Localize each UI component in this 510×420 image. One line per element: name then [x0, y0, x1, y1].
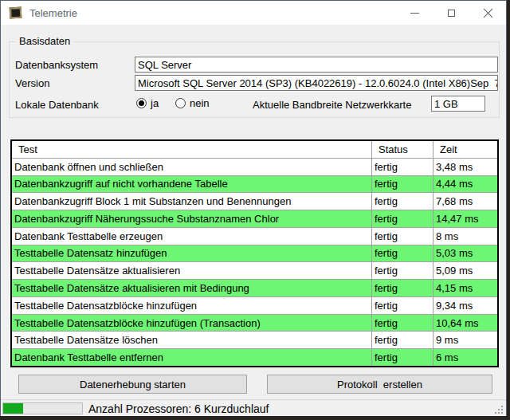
cell-status: fertig: [372, 176, 434, 193]
cell-zeit: 3,48 ms: [434, 159, 497, 175]
table-header-row: Test Status Zeit: [12, 141, 497, 159]
table-row[interactable]: Datenbankzugriff Näherungssuche Substanz…: [12, 210, 497, 228]
cell-zeit: 5,09 ms: [434, 262, 497, 279]
cell-test: Testtabelle Datensatzblöcke hinzufügen: [12, 297, 372, 314]
lokale-datenbank-label: Lokale Datenbank: [15, 99, 99, 111]
cell-zeit: 9,34 ms: [434, 297, 497, 314]
maximize-icon: [448, 10, 455, 17]
cell-test: Testtabelle Datensätze löschen: [12, 332, 372, 348]
radio-ja-label: ja: [151, 97, 159, 109]
cell-zeit: 4,15 ms: [434, 280, 497, 296]
cell-status: fertig: [372, 210, 434, 227]
version-field[interactable]: Microsoft SQL Server 2014 (SP3) (KB40226…: [135, 75, 498, 91]
datenbanksystem-label: Datenbanksystem: [15, 59, 98, 71]
bandbreite-field[interactable]: 1 GB: [431, 96, 485, 112]
cell-zeit: 10,64 ms: [434, 315, 497, 332]
table-row[interactable]: Testtabelle Datensätze löschen fertig 9 …: [12, 332, 497, 349]
table-row[interactable]: Testtabelle Datensätze aktualisieren fer…: [12, 262, 497, 280]
cell-status: fertig: [372, 262, 434, 279]
datenerhebung-starten-button[interactable]: Datenerhebung starten: [18, 375, 247, 394]
app-icon: [10, 7, 22, 19]
table-row[interactable]: Testtabelle Datensatzblöcke hinzufügen f…: [12, 297, 497, 315]
cell-zeit: 6 ms: [434, 349, 497, 366]
cell-status: fertig: [372, 297, 434, 314]
table-row[interactable]: Testtabelle Datensatz hinzufügen fertig …: [12, 245, 497, 263]
test-table: Test Status Zeit Datenbank öffnen und sc…: [10, 139, 499, 367]
close-icon: [483, 8, 493, 18]
window-controls: [396, 1, 506, 25]
cell-status: fertig: [372, 315, 434, 332]
column-header-zeit[interactable]: Zeit: [434, 141, 497, 158]
cell-zeit: 5,03 ms: [434, 245, 497, 262]
cell-zeit: 7,68 ms: [434, 193, 497, 210]
table-row[interactable]: Datenbankzugriff auf nicht vorhandene Ta…: [12, 176, 497, 194]
statusbar-text: Anzahl Prozessoren: 6 Kurzduchlauf: [88, 402, 269, 415]
cell-test: Datenbankzugriff Block 1 mit Substanzen …: [12, 193, 372, 210]
column-header-test[interactable]: Test: [12, 141, 372, 158]
cell-test: Datenbank öffnen und schließen: [12, 159, 372, 175]
version-label: Version: [15, 77, 49, 89]
resize-grip-icon[interactable]: [501, 412, 503, 414]
minimize-button[interactable]: [396, 1, 433, 25]
basisdaten-legend: Basisdaten: [16, 35, 73, 47]
window-title: Telemetrie: [29, 7, 77, 19]
cell-test: Datenbank Testtabelle entfernen: [12, 349, 372, 366]
table-row[interactable]: Datenbankzugriff Block 1 mit Substanzen …: [12, 193, 497, 210]
progress-bar: [2, 402, 83, 414]
bandbreite-label: Aktuelle Bandbreite Netzwerkkarte: [253, 99, 411, 111]
cell-zeit: 4,44 ms: [434, 176, 497, 193]
cell-test: Testtabelle Datensatz hinzufügen: [12, 245, 372, 262]
progress-bar-fill: [3, 403, 23, 414]
minimize-icon: [410, 13, 419, 14]
statusbar: Anzahl Prozessoren: 6 Kurzduchlauf: [1, 399, 506, 416]
column-header-status[interactable]: Status: [372, 141, 434, 158]
cell-test: Datenbank Testtabelle erzeugen: [12, 228, 372, 245]
radio-ja-icon: [136, 98, 147, 108]
cell-test: Testtabelle Datensatzblöcke hinzufügen (…: [12, 315, 372, 332]
cell-status: fertig: [372, 159, 434, 175]
cell-status: fertig: [372, 332, 434, 348]
table-row[interactable]: Datenbank Testtabelle entfernen fertig 6…: [12, 349, 497, 366]
version-value-date: Sep 7 2018 0: [470, 77, 498, 89]
close-button[interactable]: [469, 1, 506, 25]
bandbreite-value: 1 GB: [434, 98, 458, 110]
table-row[interactable]: Testtabelle Datensatzblöcke hinzufügen (…: [12, 315, 497, 332]
radio-nein[interactable]: nein: [175, 97, 210, 109]
cell-zeit: 14,47 ms: [434, 210, 497, 227]
protokoll-erstellen-button[interactable]: Protokoll erstellen: [267, 375, 492, 394]
cell-status: fertig: [372, 245, 434, 262]
titlebar: Telemetrie: [1, 1, 506, 25]
cell-test: Datenbankzugriff Näherungssuche Substanz…: [12, 210, 372, 227]
datenerhebung-starten-label: Datenerhebung starten: [80, 379, 186, 391]
telemetrie-window: Telemetrie Basisdaten Datenbanksystem SQ…: [0, 0, 507, 416]
protokoll-erstellen-label: Protokoll erstellen: [337, 379, 422, 391]
table-row[interactable]: Datenbank Testtabelle erzeugen fertig 8 …: [12, 228, 497, 245]
maximize-button[interactable]: [433, 1, 469, 25]
table-row[interactable]: Datenbank öffnen und schließen fertig 3,…: [12, 159, 497, 176]
cell-test: Testtabelle Datensätze aktualisieren: [12, 262, 372, 279]
cell-status: fertig: [372, 280, 434, 296]
datenbanksystem-value: SQL Server: [138, 59, 191, 71]
version-value: Microsoft SQL Server 2014 (SP3) (KB40226…: [138, 77, 470, 89]
radio-nein-icon: [175, 98, 186, 108]
cell-test: Datenbankzugriff auf nicht vorhandene Ta…: [12, 176, 372, 193]
datenbanksystem-field[interactable]: SQL Server: [135, 57, 498, 73]
cell-status: fertig: [372, 193, 434, 210]
cell-zeit: 8 ms: [434, 228, 497, 245]
cell-zeit: 9 ms: [434, 332, 497, 348]
cell-status: fertig: [372, 228, 434, 245]
cell-status: fertig: [372, 349, 434, 366]
radio-ja[interactable]: ja: [136, 97, 159, 109]
radio-nein-label: nein: [190, 97, 210, 109]
table-row[interactable]: Testtabelle Datensätze aktualisieren mit…: [12, 280, 497, 297]
cell-test: Testtabelle Datensätze aktualisieren mit…: [12, 280, 372, 296]
